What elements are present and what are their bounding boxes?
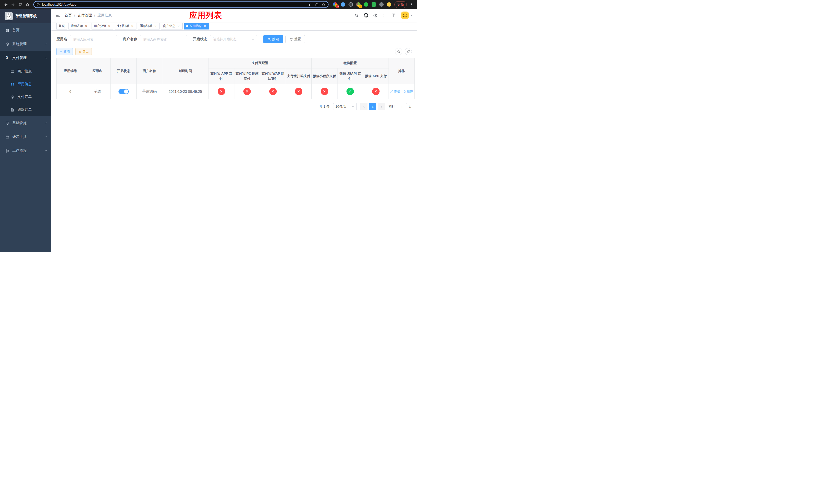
close-tab-icon[interactable]: × xyxy=(131,24,134,28)
goto-page-input[interactable] xyxy=(397,103,407,110)
sidebar-logo[interactable]: 芋道管理系统 xyxy=(0,9,51,23)
browser-update-button[interactable]: 更新 xyxy=(394,1,407,8)
delete-link[interactable]: 删除 xyxy=(403,89,413,94)
fullscreen-icon[interactable] xyxy=(382,13,387,18)
extension-icon-7[interactable] xyxy=(379,2,384,7)
url-text: localhost:1024/pay/app xyxy=(42,3,306,6)
page-size-select[interactable]: 10条/页 xyxy=(333,103,357,110)
alipay-pc-status-icon: × xyxy=(243,88,251,95)
app-name-input[interactable] xyxy=(70,35,117,43)
grid-icon xyxy=(10,82,14,86)
sidebar-item-pay-order[interactable]: 支付订单 xyxy=(0,91,51,103)
close-tab-icon[interactable]: × xyxy=(84,24,88,28)
forward-icon[interactable] xyxy=(10,1,16,8)
close-tab-icon[interactable]: × xyxy=(177,24,180,28)
chevron-down-icon xyxy=(251,38,255,41)
status-toggle[interactable] xyxy=(118,89,129,94)
sidebar-item-label: 系统管理 xyxy=(12,42,27,46)
table-row: 6 芋道 芋道源码 2021-10-23 08:49:25 × × × × × xyxy=(57,84,415,99)
tab-app-info[interactable]: 应用信息× xyxy=(184,23,209,29)
reload-icon[interactable] xyxy=(17,1,24,8)
sidebar-item-label: 首页 xyxy=(12,28,20,32)
cell-wx-lite: × xyxy=(312,84,337,99)
tab-label: 支付订单 xyxy=(117,24,129,28)
cell-actions: 修改 删除 xyxy=(389,84,415,99)
password-key-icon[interactable] xyxy=(308,3,312,6)
sidebar-item-dev-tools[interactable]: 研发工具 xyxy=(0,130,51,144)
refresh-icon xyxy=(289,38,293,41)
sidebar-item-merchant-info[interactable]: 商户信息 xyxy=(0,65,51,78)
tab-pay-order[interactable]: 支付订单× xyxy=(115,23,136,29)
extension-icon-6[interactable] xyxy=(372,2,376,7)
tab-process-form[interactable]: 流程表单× xyxy=(68,23,90,29)
app-frame: 芋道管理系统 首页 系统管理 ¥ 支付管理 商户信息 xyxy=(0,9,417,252)
search-icon[interactable] xyxy=(354,13,359,18)
tab-label: 退款订单 xyxy=(140,24,152,28)
user-menu[interactable] xyxy=(401,12,413,19)
alipay-app-status-icon: × xyxy=(218,88,225,95)
search-button[interactable]: 搜索 xyxy=(263,35,283,43)
toggle-search-button[interactable] xyxy=(395,48,402,55)
tab-label: 应用信息 xyxy=(190,24,202,28)
sidebar-item-home[interactable]: 首页 xyxy=(0,23,51,37)
cell-wx-jsapi: ✓ xyxy=(337,84,363,99)
home-icon[interactable] xyxy=(24,1,31,8)
extension-icon-2[interactable] xyxy=(341,2,345,7)
tab-user-group[interactable]: 用户分组× xyxy=(91,23,113,29)
sidebar-item-infrastructure[interactable]: 基础设施 xyxy=(0,116,51,130)
col-alipay-qr: 支付宝扫码支付 xyxy=(286,68,312,84)
breadcrumb-home[interactable]: 首页 xyxy=(65,13,72,18)
next-page-button[interactable] xyxy=(378,103,385,110)
tab-home[interactable]: 首页 xyxy=(57,23,67,29)
sidebar-item-refund-order[interactable]: 退款订单 xyxy=(0,103,51,116)
page-number-button[interactable]: 1 xyxy=(369,103,376,110)
close-tab-icon[interactable]: × xyxy=(154,24,157,28)
extension-icon-5[interactable] xyxy=(364,2,368,7)
chevron-down-icon xyxy=(45,43,47,45)
tab-refund-order[interactable]: 退款订单× xyxy=(138,23,159,29)
font-size-icon[interactable] xyxy=(392,13,396,18)
github-icon[interactable] xyxy=(364,13,368,18)
tab-merchant-info[interactable]: 商户信息× xyxy=(161,23,182,29)
col-app-id: 应用编号 xyxy=(57,58,84,84)
status-select[interactable]: 请选择开启状态 xyxy=(210,35,257,43)
close-tab-icon[interactable]: × xyxy=(107,24,111,28)
breadcrumb-separator: / xyxy=(94,13,95,18)
address-bar[interactable]: localhost:1024/pay/app xyxy=(33,1,329,8)
export-button[interactable]: 导出 xyxy=(75,48,92,55)
sidebar-item-payment[interactable]: ¥ 支付管理 xyxy=(0,51,51,65)
cell-alipay-pc: × xyxy=(235,84,260,99)
extension-icon-4[interactable]: 1 xyxy=(356,2,360,7)
reset-button[interactable]: 重置 xyxy=(285,35,305,43)
tab-label: 首页 xyxy=(59,24,65,28)
edit-link[interactable]: 修改 xyxy=(390,89,400,94)
yen-icon: ¥ xyxy=(5,56,9,60)
bookmark-star-icon[interactable] xyxy=(322,3,326,6)
sidebar-item-label: 基础设施 xyxy=(12,121,27,125)
extension-icon-1[interactable]: 10 xyxy=(333,2,337,7)
sidebar-item-workflow[interactable]: 工作流程 xyxy=(0,144,51,158)
site-info-icon[interactable] xyxy=(37,3,40,6)
browser-menu-icon[interactable] xyxy=(409,3,414,6)
extension-icon-8[interactable] xyxy=(387,2,391,7)
share-icon[interactable] xyxy=(315,3,319,6)
chevron-down-icon xyxy=(45,136,47,138)
sidebar-item-app-info[interactable]: 应用信息 xyxy=(0,78,51,91)
prev-page-button[interactable] xyxy=(360,103,368,110)
breadcrumb-payment[interactable]: 支付管理 xyxy=(78,13,92,18)
plus-icon xyxy=(60,50,62,53)
help-icon[interactable] xyxy=(373,13,377,18)
refresh-table-button[interactable] xyxy=(405,48,412,55)
merchant-name-input[interactable] xyxy=(140,35,187,43)
hamburger-icon[interactable] xyxy=(56,13,61,18)
close-tab-icon[interactable]: × xyxy=(203,24,207,28)
tab-label: 用户分组 xyxy=(94,24,106,28)
add-button[interactable]: 新增 xyxy=(57,48,73,55)
extension-icon-3[interactable] xyxy=(349,2,353,7)
sidebar-item-system[interactable]: 系统管理 xyxy=(0,37,51,51)
pencil-icon xyxy=(390,90,393,93)
active-tab-dot xyxy=(186,25,188,27)
top-navbar: 首页 / 支付管理 / 应用信息 应用列表 xyxy=(51,9,417,22)
alipay-qr-status-icon: × xyxy=(295,88,302,95)
back-icon[interactable] xyxy=(3,1,9,8)
